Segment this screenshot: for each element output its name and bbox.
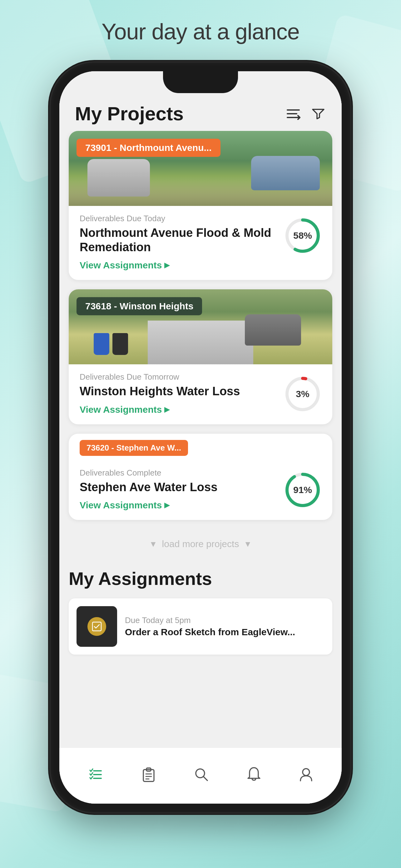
trash-bins-decorative <box>94 333 128 355</box>
nav-profile[interactable] <box>289 762 323 790</box>
header-actions <box>286 106 326 122</box>
view-assignments-button-3[interactable]: View Assignments <box>80 500 278 510</box>
load-more-arrow-right: ▼ <box>244 539 252 549</box>
nav-search[interactable] <box>184 762 219 789</box>
project-card-body-3: Deliverables Complete Stephen Ave Water … <box>69 460 332 520</box>
project-card: 73618 - Winston Heights Deliverables Due… <box>69 289 332 424</box>
project-badge-3: 73620 - Stephen Ave W... <box>80 440 188 456</box>
driveway-decorative <box>148 320 253 364</box>
progress-label-3: 91% <box>293 485 312 495</box>
load-more-arrow-left: ▼ <box>149 539 157 549</box>
project-due-1: Deliverables Due Today <box>80 214 278 223</box>
project-due-3: Deliverables Complete <box>80 468 278 478</box>
nav-notifications[interactable] <box>237 762 271 790</box>
project-name-1: Northmount Avenue Flood & Mold Remediati… <box>80 226 278 254</box>
filter-button[interactable] <box>310 106 326 122</box>
bell-icon <box>246 767 261 785</box>
nav-tasks[interactable] <box>78 762 113 790</box>
bottom-nav <box>59 747 342 804</box>
car-decorative <box>245 314 301 346</box>
progress-circle-2: 3% <box>284 375 321 413</box>
projects-scroll-area[interactable]: 73901 - Northmount Avenu... Deliverables… <box>59 131 342 776</box>
project-card-text-1: Deliverables Due Today Northmount Avenue… <box>80 214 284 271</box>
svg-point-21 <box>303 769 309 776</box>
nav-projects[interactable] <box>132 762 166 790</box>
car-decorative <box>251 156 320 190</box>
assignment-item: Due Today at 5pm Order a Roof Sketch fro… <box>69 598 332 655</box>
user-icon <box>299 767 313 785</box>
project-card-text-3: Deliverables Complete Stephen Ave Water … <box>80 468 284 511</box>
projects-title: My Projects <box>75 102 183 125</box>
project-card: 73901 - Northmount Avenu... Deliverables… <box>69 131 332 280</box>
phone-screen: My Projects <box>59 71 342 804</box>
project-badge-1: 73901 - Northmount Avenu... <box>76 139 221 157</box>
project-card-text-2: Deliverables Due Tomorrow Winston Height… <box>80 372 284 415</box>
project-name-2: Winston Heights Water Loss <box>80 384 278 399</box>
assignment-icon <box>88 617 106 636</box>
load-more-label: load more projects <box>162 539 239 549</box>
screen-content: My Projects <box>59 71 342 804</box>
clipboard-icon <box>141 767 157 785</box>
progress-label-1: 58% <box>293 230 312 241</box>
progress-circle-3: 91% <box>284 471 321 509</box>
svg-rect-10 <box>93 622 101 631</box>
assignments-title: My Assignments <box>69 565 332 598</box>
progress-circle-1: 58% <box>284 217 321 254</box>
project-card: 73620 - Stephen Ave W... Deliverables Co… <box>69 434 332 520</box>
car-decorative <box>88 159 150 196</box>
search-icon <box>194 767 209 785</box>
project-card-body-2: Deliverables Due Tomorrow Winston Height… <box>69 364 332 424</box>
phone-frame: My Projects <box>51 62 350 812</box>
checklist-icon <box>88 767 104 785</box>
assignment-due: Due Today at 5pm <box>125 616 325 625</box>
project-due-2: Deliverables Due Tomorrow <box>80 372 278 382</box>
load-more-button[interactable]: ▼ load more projects ▼ <box>69 529 332 565</box>
phone-notch <box>163 71 238 93</box>
svg-line-20 <box>203 776 207 780</box>
assignment-thumbnail <box>76 606 117 647</box>
view-assignments-button-2[interactable]: View Assignments <box>80 404 278 415</box>
sort-button[interactable] <box>286 106 301 122</box>
project-image-2: 73618 - Winston Heights <box>69 289 332 364</box>
project-badge-2: 73618 - Winston Heights <box>76 297 202 315</box>
view-assignments-button-1[interactable]: View Assignments <box>80 260 278 271</box>
project-image-1: 73901 - Northmount Avenu... <box>69 131 332 206</box>
assignment-text: Due Today at 5pm Order a Roof Sketch fro… <box>125 616 325 638</box>
project-card-body-1: Deliverables Due Today Northmount Avenue… <box>69 206 332 280</box>
project-name-3: Stephen Ave Water Loss <box>80 480 278 495</box>
assignment-name: Order a Roof Sketch from EagleView... <box>125 627 325 638</box>
page-tagline: Your day at a glance <box>0 0 401 44</box>
progress-label-2: 3% <box>296 389 309 399</box>
